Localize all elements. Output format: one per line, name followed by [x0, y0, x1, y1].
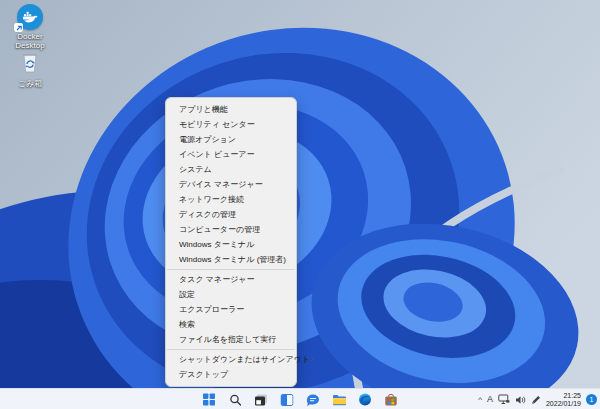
menu-item-label: シャットダウンまたはサインアウト: [179, 354, 310, 365]
start-icon[interactable]: [201, 391, 218, 408]
menu-item-label: モビリティ センター: [179, 119, 255, 130]
menu-item-label: システム: [179, 164, 212, 175]
edge-icon[interactable]: [357, 391, 374, 408]
widgets-icon[interactable]: [279, 391, 296, 408]
shortcut-arrow-icon: [14, 23, 23, 32]
menu-item-event-viewer[interactable]: イベント ビューアー: [166, 147, 296, 162]
recycle-bin-icon: [21, 52, 39, 77]
menu-item-label: Windows ターミナル: [179, 239, 254, 250]
menu-item-network-connections[interactable]: ネットワーク接続: [166, 192, 296, 207]
menu-item-label: 検索: [179, 319, 195, 330]
menu-item-label: デスクトップ: [179, 369, 228, 380]
menu-item-device-manager[interactable]: デバイス マネージャー: [166, 177, 296, 192]
menu-item-label: アプリと機能: [179, 104, 228, 115]
menu-item-explorer[interactable]: エクスプローラー: [166, 302, 296, 317]
notification-badge[interactable]: 1: [586, 394, 597, 405]
desktop-icon-label: Docker Desktop: [2, 32, 58, 50]
menu-item-label: コンピューターの管理: [179, 224, 260, 235]
network-icon[interactable]: [498, 391, 510, 409]
menu-item-desktop[interactable]: デスクトップ: [166, 367, 296, 382]
search-icon[interactable]: [227, 391, 244, 408]
wallpaper-bloom: [0, 0, 600, 388]
desktop-icon-label: ごみ箱: [18, 79, 42, 88]
desktop-icon-recycle-bin[interactable]: ごみ箱: [2, 52, 58, 88]
menu-item-label: Windows ターミナル (管理者): [179, 254, 286, 265]
menu-item-label: タスク マネージャー: [179, 274, 255, 285]
menu-separator: [167, 349, 295, 350]
menu-item-label: エクスプローラー: [179, 304, 244, 315]
volume-icon[interactable]: [515, 391, 526, 409]
clock-time: 21:25: [546, 392, 581, 400]
menu-item-windows-terminal-admin[interactable]: Windows ターミナル (管理者): [166, 252, 296, 267]
clock-date: 2022/01/19: [546, 400, 581, 408]
taskbar-tray: ^ A 21:25 2022/01/19 1: [478, 389, 597, 409]
menu-item-apps-features[interactable]: アプリと機能: [166, 102, 296, 117]
taskbar-center-icons: [201, 389, 400, 409]
menu-item-search[interactable]: 検索: [166, 317, 296, 332]
desktop: Docker Desktop ごみ箱 アプリと機能モビリティ センター電源オプシ…: [0, 0, 600, 388]
taskbar: ^ A 21:25 2022/01/19 1: [0, 388, 600, 409]
menu-item-label: ディスクの管理: [179, 209, 236, 220]
menu-item-shutdown-signout[interactable]: シャットダウンまたはサインアウト›: [166, 352, 296, 367]
menu-separator: [167, 269, 295, 270]
menu-item-windows-terminal[interactable]: Windows ターミナル: [166, 237, 296, 252]
store-icon[interactable]: [383, 391, 400, 408]
menu-item-disk-management[interactable]: ディスクの管理: [166, 207, 296, 222]
menu-item-label: ファイル名を指定して実行: [179, 334, 276, 345]
context-menu: アプリと機能モビリティ センター電源オプションイベント ビューアーシステムデバイ…: [165, 97, 297, 387]
menu-item-run[interactable]: ファイル名を指定して実行: [166, 332, 296, 347]
menu-item-label: 設定: [179, 289, 195, 300]
chevron-up-icon[interactable]: ^: [478, 389, 482, 409]
menu-item-mobility-center[interactable]: モビリティ センター: [166, 117, 296, 132]
chat-icon[interactable]: [305, 391, 322, 408]
menu-item-computer-management[interactable]: コンピューターの管理: [166, 222, 296, 237]
desktop-icon-docker[interactable]: Docker Desktop: [2, 4, 58, 50]
ime-indicator[interactable]: A: [487, 389, 493, 409]
pen-icon[interactable]: [531, 391, 541, 409]
taskbar-clock[interactable]: 21:25 2022/01/19: [546, 392, 581, 408]
menu-item-power-options[interactable]: 電源オプション: [166, 132, 296, 147]
task-view-icon[interactable]: [253, 391, 270, 408]
menu-item-label: 電源オプション: [179, 134, 236, 145]
menu-item-system[interactable]: システム: [166, 162, 296, 177]
menu-item-task-manager[interactable]: タスク マネージャー: [166, 272, 296, 287]
menu-item-label: デバイス マネージャー: [179, 179, 263, 190]
menu-item-label: イベント ビューアー: [179, 149, 255, 160]
submenu-arrow-icon: ›: [310, 352, 313, 367]
file-explorer-icon[interactable]: [331, 391, 348, 408]
menu-item-label: ネットワーク接続: [179, 194, 244, 205]
menu-item-settings[interactable]: 設定: [166, 287, 296, 302]
